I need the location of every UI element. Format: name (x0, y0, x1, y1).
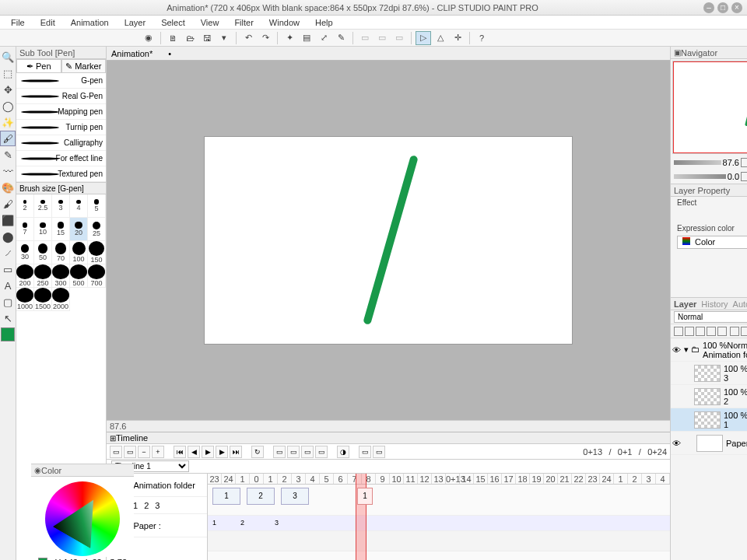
cel-3[interactable]: 3 (281, 488, 309, 505)
tab-close-icon[interactable]: • (168, 49, 171, 58)
tool-10[interactable]: ⬛ (0, 212, 16, 228)
pen-real-g-pen[interactable]: Real G-Pen (16, 89, 106, 104)
visibility-icon[interactable]: 👁 (672, 439, 681, 448)
tool-6[interactable]: ✎ (0, 147, 16, 163)
brush-size-4[interactable]: 4 (70, 194, 88, 218)
maximize-button[interactable]: □ (717, 2, 728, 13)
brush-size-7[interactable]: 7 (16, 218, 34, 241)
prev-frame-icon[interactable]: ◀ (188, 446, 200, 458)
layer-opt4[interactable] (707, 327, 716, 336)
foreground-color-swatch[interactable] (1, 327, 15, 341)
brush-size-2000[interactable]: 2000 (52, 288, 70, 311)
tool-15[interactable]: ▢ (0, 294, 16, 310)
brush-size-200[interactable]: 200 (16, 264, 34, 288)
new-folder-icon[interactable] (741, 327, 747, 336)
navigator-canvas[interactable] (672, 61, 747, 154)
tool-4[interactable]: ✨ (0, 114, 16, 130)
menu-view[interactable]: View (193, 16, 227, 29)
new-icon[interactable]: 🗎 (165, 31, 181, 45)
brush-size-70[interactable]: 70 (52, 241, 70, 264)
transform-icon[interactable]: ✎ (333, 31, 349, 45)
brush-size-2[interactable]: 2 (16, 194, 34, 218)
play-icon[interactable]: ▶ (202, 446, 214, 458)
layer-opt1[interactable] (674, 327, 683, 336)
zoom-out-btn[interactable] (741, 158, 747, 167)
tool-16[interactable]: ↖ (0, 310, 16, 326)
brush-size-10[interactable]: 10 (34, 218, 52, 241)
brush-size-150[interactable]: 150 (88, 241, 106, 264)
loop-icon[interactable]: ↻ (251, 446, 264, 458)
angle-slider[interactable] (674, 174, 726, 179)
layer-3[interactable]: 100 %Normal3 (671, 362, 747, 385)
tl-misc2-icon[interactable]: ▭ (373, 446, 385, 458)
tl-misc1-icon[interactable]: ▭ (359, 446, 371, 458)
brush-size-20[interactable]: 20 (70, 218, 88, 241)
color-wheel[interactable] (45, 481, 120, 556)
minimize-button[interactable]: – (703, 2, 714, 13)
blend-mode-select[interactable]: Normal (674, 311, 747, 323)
playhead[interactable] (356, 474, 366, 560)
brush-size-500[interactable]: 500 (70, 264, 88, 288)
undo-icon[interactable]: ↶ (240, 31, 256, 45)
pen-turnip-pen[interactable]: Turnip pen (16, 120, 106, 135)
pen-mapping-pen[interactable]: Mapping pen (16, 104, 106, 120)
canvas[interactable] (204, 136, 573, 345)
tl-btn-1[interactable]: ▭ (110, 446, 122, 458)
tool-14[interactable]: A (0, 278, 16, 293)
brush-size-50[interactable]: 50 (34, 241, 52, 264)
open-icon[interactable]: 🗁 (182, 31, 198, 45)
brush-size-25[interactable]: 25 (88, 218, 106, 241)
tool-13[interactable]: ▭ (0, 261, 16, 277)
menu-window[interactable]: Window (261, 16, 307, 29)
tl-btn-2[interactable]: ▭ (124, 446, 136, 458)
tool-5[interactable]: 🖋 (0, 131, 16, 146)
tool-12[interactable]: ⟋ (0, 245, 16, 261)
document-tab[interactable]: Animation* (111, 49, 153, 58)
tool-7[interactable]: 〰 (0, 163, 16, 179)
layer-2[interactable]: 100 %Normal2 (671, 385, 747, 408)
autoaction-tab[interactable]: Auto Action (733, 299, 747, 309)
cel-del-icon[interactable]: ▭ (301, 446, 314, 458)
brush-size-2.5[interactable]: 2.5 (34, 194, 52, 218)
cel-new-icon[interactable]: ▭ (273, 446, 286, 458)
active-cel[interactable]: 1 (357, 488, 373, 505)
menu-filter[interactable]: Filter (226, 16, 261, 29)
tool-1[interactable]: ⬚ (0, 65, 16, 81)
zoom-slider[interactable] (674, 160, 721, 165)
tab-pen[interactable]: ✒ Pen (16, 59, 61, 72)
color-triangle[interactable] (53, 489, 112, 548)
pen-calligraphy[interactable]: Calligraphy (16, 135, 106, 151)
eye-icon[interactable]: ◉ (141, 31, 156, 45)
first-frame-icon[interactable]: ⏮ (174, 446, 186, 458)
zoom-in-icon[interactable]: + (152, 446, 164, 458)
new-layer-icon[interactable] (730, 327, 739, 336)
layer-tab[interactable]: Layer (674, 299, 696, 309)
paper-layer-row[interactable]: 👁 Paper (671, 432, 747, 455)
fill-icon[interactable]: ▤ (299, 31, 314, 45)
pen-textured-pen[interactable]: Textured pen (16, 166, 106, 182)
menu-help[interactable]: Help (307, 16, 341, 29)
menu-layer[interactable]: Layer (117, 16, 154, 29)
tool-2[interactable]: ✥ (0, 82, 16, 97)
brush-size-3[interactable]: 3 (52, 194, 70, 218)
tool-9[interactable]: 🖌 (0, 196, 16, 212)
cel-2[interactable]: 2 (247, 488, 275, 505)
rotate-ccw-btn[interactable] (741, 172, 747, 181)
screen-icon[interactable]: ▾ (216, 31, 232, 45)
pen-for-effect-line[interactable]: For effect line (16, 151, 106, 166)
visibility-icon[interactable]: 👁 (672, 345, 681, 355)
help-icon[interactable]: ? (474, 31, 489, 45)
menu-animation[interactable]: Animation (63, 16, 117, 29)
history-tab[interactable]: History (701, 299, 728, 309)
save-icon[interactable]: 🖫 (199, 31, 215, 45)
tool-0[interactable]: 🔍 (0, 49, 16, 65)
layer-opt3[interactable] (696, 327, 705, 336)
next-frame-icon[interactable]: ▶ (216, 446, 228, 458)
layer-opt2[interactable] (685, 327, 694, 336)
cel-opt-icon[interactable]: ▭ (315, 446, 328, 458)
menu-select[interactable]: Select (153, 16, 193, 29)
layer-opt5[interactable] (717, 327, 727, 336)
tool-3[interactable]: ◯ (0, 98, 16, 114)
pen-g-pen[interactable]: G-pen (16, 73, 106, 89)
brush-size-15[interactable]: 15 (52, 218, 70, 241)
